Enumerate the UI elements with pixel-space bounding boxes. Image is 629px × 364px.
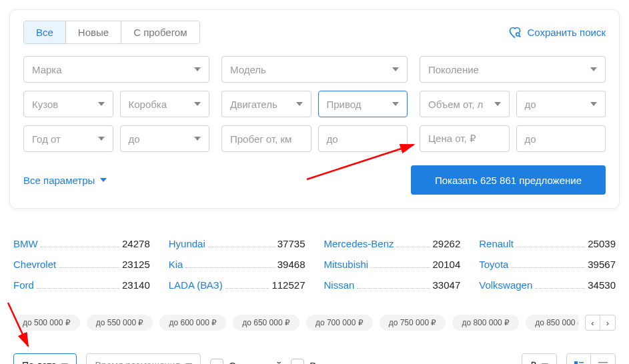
volume-from-select[interactable]: Объем от, л <box>420 91 510 117</box>
label: до <box>525 99 536 110</box>
year-to-select[interactable]: до <box>120 125 210 152</box>
chevron-down-icon <box>392 102 399 106</box>
currency-select[interactable]: ₽ <box>522 353 557 364</box>
brand-link[interactable]: Renault <box>479 238 514 249</box>
svg-rect-2 <box>574 361 578 364</box>
bottom-filters: По дате Время размещения С историей В кр… <box>13 353 616 364</box>
generation-select[interactable]: Поколение <box>420 56 606 83</box>
brand-count: 37735 <box>277 238 305 249</box>
year-from-select[interactable]: Год от <box>23 125 113 152</box>
save-search-link[interactable]: Сохранить поиск <box>508 26 606 39</box>
label: до <box>129 133 140 145</box>
brand-link[interactable]: LADA (ВАЗ) <box>169 279 223 291</box>
brand-link[interactable]: Chevrolet <box>13 259 56 270</box>
tab-all[interactable]: Все <box>24 21 66 43</box>
chip-prev-button[interactable]: ‹ <box>586 315 600 330</box>
placeholder: Цена от, ₽ <box>428 133 476 145</box>
label: По дате <box>22 360 56 364</box>
post-time-select[interactable]: Время размещения <box>86 353 201 364</box>
volume-to-select[interactable]: до <box>516 91 606 117</box>
label: Модель <box>230 64 266 75</box>
brand-count: 24278 <box>122 238 150 249</box>
price-chip[interactable]: до 600 000 ₽ <box>159 315 226 331</box>
view-toggle <box>566 353 616 364</box>
mileage-from-input[interactable]: Пробег от, км <box>221 125 311 152</box>
chevron-down-icon <box>194 67 201 71</box>
chip-nav: ‹ › <box>585 315 616 331</box>
svg-rect-8 <box>598 362 608 363</box>
condition-tabs: Все Новые С пробегом <box>23 21 200 44</box>
view-list-button[interactable] <box>591 354 615 364</box>
chevron-down-icon <box>194 137 201 141</box>
brand-link[interactable]: Hyundai <box>169 238 205 249</box>
brand-count: 23125 <box>122 259 150 270</box>
price-chip[interactable]: до 750 000 ₽ <box>380 315 446 331</box>
brand-link[interactable]: BMW <box>13 238 38 249</box>
drive-select[interactable]: Привод <box>318 91 408 117</box>
brand-link[interactable]: Mercedes-Benz <box>324 238 394 249</box>
brand-count: 112527 <box>271 279 305 291</box>
on-credit-checkbox[interactable]: В кредит <box>291 359 350 364</box>
grid-icon <box>574 360 584 364</box>
model-select[interactable]: Модель <box>221 56 408 83</box>
svg-rect-4 <box>579 362 584 363</box>
engine-select[interactable]: Двигатель <box>221 91 311 117</box>
label: Марка <box>32 64 62 75</box>
brand-link[interactable]: Volkswagen <box>479 279 532 291</box>
brand-count: 33047 <box>433 279 461 291</box>
show-results-button[interactable]: Показать 625 861 предложение <box>411 165 606 195</box>
price-chip[interactable]: до 500 000 ₽ <box>13 315 80 331</box>
price-chip[interactable]: до 650 000 ₽ <box>233 315 299 331</box>
brand-count: 34530 <box>588 279 616 291</box>
brand-link[interactable]: Mitsubishi <box>324 259 369 270</box>
brand-link[interactable]: Ford <box>13 279 34 291</box>
chevron-down-icon <box>296 102 303 106</box>
save-search-label: Сохранить поиск <box>527 27 606 38</box>
brand-count: 20104 <box>433 259 461 270</box>
brand-count: 39468 <box>277 259 305 270</box>
price-to-input[interactable]: до <box>516 125 606 152</box>
chevron-down-icon <box>590 67 597 71</box>
price-chip[interactable]: до 800 000 ₽ <box>452 315 519 331</box>
svg-point-0 <box>516 33 520 36</box>
gearbox-select[interactable]: Коробка <box>120 91 210 117</box>
with-history-checkbox[interactable]: С историей <box>210 359 281 364</box>
body-select[interactable]: Кузов <box>23 91 113 117</box>
label: Кузов <box>32 99 58 110</box>
placeholder: Пробег от, км <box>230 133 291 145</box>
all-params-link[interactable]: Все параметры <box>23 175 107 186</box>
brand-select[interactable]: Марка <box>23 56 209 83</box>
brand-count: 39567 <box>588 259 616 270</box>
label: Время размещения <box>95 360 180 364</box>
label: Объем от, л <box>428 99 483 110</box>
label: Поколение <box>428 64 479 75</box>
price-chips-row: до 500 000 ₽ до 550 000 ₽ до 600 000 ₽ д… <box>13 315 616 331</box>
brand-link[interactable]: Toyota <box>479 259 508 270</box>
list-icon <box>598 360 608 364</box>
chip-next-button[interactable]: › <box>600 315 615 330</box>
tab-used[interactable]: С пробегом <box>121 21 199 43</box>
chevron-down-icon <box>98 102 105 106</box>
svg-line-1 <box>520 35 521 37</box>
mileage-to-input[interactable]: до <box>318 125 408 152</box>
brand-count: 29262 <box>433 238 461 249</box>
search-card: Все Новые С пробегом Сохранить поиск Мар… <box>9 9 620 209</box>
chevron-down-icon <box>590 102 597 106</box>
brand-count: 25039 <box>588 238 616 249</box>
price-chip[interactable]: до 700 000 ₽ <box>306 315 373 331</box>
tab-new[interactable]: Новые <box>66 21 121 43</box>
brand-link[interactable]: Nissan <box>324 279 355 291</box>
checkbox-box <box>291 359 304 364</box>
placeholder: до <box>327 133 338 145</box>
label: Двигатель <box>230 99 277 110</box>
label: Год от <box>32 133 61 145</box>
brand-link[interactable]: Kia <box>169 259 183 270</box>
sort-select[interactable]: По дате <box>13 353 77 364</box>
chevron-down-icon <box>392 67 399 71</box>
price-chip[interactable]: до 850 000 ₽ <box>526 315 578 331</box>
price-from-input[interactable]: Цена от, ₽ <box>420 125 510 152</box>
placeholder: до <box>525 133 536 145</box>
chevron-down-icon <box>194 102 201 106</box>
price-chip[interactable]: до 550 000 ₽ <box>87 315 153 331</box>
view-grid-button[interactable] <box>567 354 591 364</box>
